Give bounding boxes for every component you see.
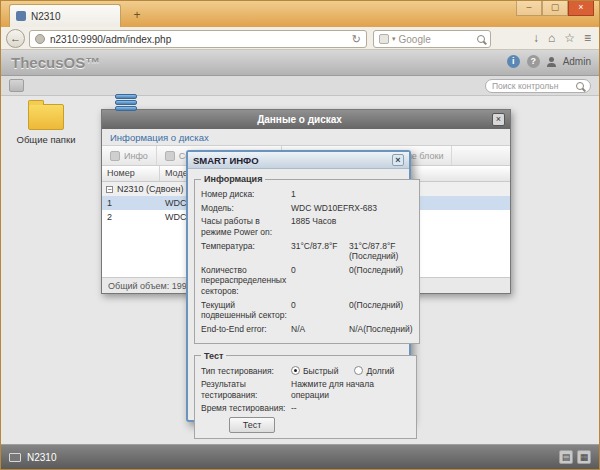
url-bar[interactable]: n2310:9990/adm/index.php ↻ [29,30,367,48]
device-monitor-icon [9,453,21,462]
row-label: Количество перераспределенных секторов: [201,265,291,297]
app-menu-icon[interactable] [9,79,24,92]
radio-option-long[interactable]: Долгий [354,366,394,377]
window-list-icon[interactable]: ▤ [559,450,573,464]
disk-window-close-icon[interactable]: × [492,113,505,126]
desktop-icon-label: Общие папки [11,134,81,145]
row-label: Номер диска: [201,189,291,200]
row-value: 31°C/87.8°F [291,241,349,262]
row-label: Модель: [201,203,291,214]
downloads-icon[interactable]: ↓ [533,29,539,47]
bookmark-star-icon[interactable]: ☆ [564,29,575,47]
show-desktop-icon[interactable]: ▦ [577,450,591,464]
reload-icon[interactable]: ↻ [352,33,361,46]
os-statusbar: N2310 ▤ ▦ [1,444,599,469]
smart-row: Номер диска: 1 [201,189,413,200]
window-controls: – ▢ × [516,1,594,16]
desktop-icon-shared-folders[interactable]: Общие папки [11,104,81,145]
radio-fast-icon[interactable] [291,366,300,375]
search-engine-icon[interactable] [379,34,389,44]
test-results-value: Нажмите для начала операции [291,379,410,400]
disk-layer-icon [115,106,137,111]
new-tab-button[interactable]: + [127,7,147,24]
test-time-label: Время тестирования: [201,403,291,414]
search-engine-label: Google [399,34,431,45]
smart-row: Текущий подвешенный сектор: 0 0(Последни… [201,300,413,321]
url-text: n2310:9990/adm/index.php [50,34,347,45]
test-time-value: -- [291,403,410,414]
column-number[interactable]: Номер [102,166,160,181]
control-search-icon [576,82,584,90]
maximize-button[interactable]: ▢ [542,1,568,16]
browser-titlebar: N2310 + – ▢ × [1,1,599,27]
disk-layer-icon [115,94,137,99]
site-identity-icon [35,34,45,44]
test-section-legend: Тест [201,351,226,361]
smart-dialog-close-icon[interactable]: × [392,154,404,166]
user-menu[interactable]: Admin [563,56,591,67]
smart-info-section: Информация Номер диска: 1 Модель: WDC WD… [194,174,420,344]
statusbar-icons: ▤ ▦ [559,450,591,464]
back-button[interactable]: ← [6,29,25,48]
search-bar[interactable]: ▾ Google [373,30,491,48]
radio-fast-label: Быстрый [303,366,338,377]
row-label: Часы работы в режиме Power on: [201,216,291,237]
test-results-label: Результаты тестирования: [201,379,291,400]
row-value: 1885 Часов [291,216,349,237]
app-logo: ThecusOS™ [11,54,100,71]
smart-dialog-body: Информация Номер диска: 1 Модель: WDC WD… [188,169,409,439]
device-name: N2310 [27,452,56,463]
row-last-value: N/A(Последний) [349,324,413,335]
smart-row: Количество перераспределенных секторов: … [201,265,413,297]
toolbar-icons: ↓ ⌂ ☆ ≡ [533,29,591,47]
tab-favicon-icon [16,11,26,21]
info-icon[interactable]: i [507,55,520,68]
smart-row: Часы работы в режиме Power on: 1885 Часо… [201,216,413,237]
disk-stack-icon[interactable] [115,94,137,112]
tab-title: N2310 [31,11,60,22]
disk-number: 1 [102,198,160,208]
toolbar-info-button[interactable]: Инфо [102,146,157,165]
smart-info-dialog: SMART ИНФО × Информация Номер диска: 1 М… [186,150,411,422]
row-last-value: 0(Последний) [349,265,413,297]
smart-dialog-title: SMART ИНФО [193,155,259,166]
radio-long-icon[interactable] [354,366,363,375]
row-value: N/A [291,324,349,335]
row-label: Температура: [201,241,291,262]
home-icon[interactable]: ⌂ [548,29,555,47]
smart-dialog-titlebar[interactable]: SMART ИНФО × [188,152,409,169]
search-icon[interactable] [477,35,485,43]
row-value: WDC WD10EFRX-683 [291,203,413,214]
collapse-icon[interactable]: − [106,186,113,193]
folder-icon [28,104,64,130]
test-button[interactable]: Тест [229,417,275,433]
engine-dropdown-icon[interactable]: ▾ [392,35,396,43]
row-label: End-to-End error: [201,324,291,335]
test-results-row: Результаты тестирования: Нажмите для нач… [201,379,410,400]
info-tool-icon [110,151,120,161]
smart-row: Температура: 31°C/87.8°F 31°C/87.8°F (По… [201,241,413,262]
browser-window: N2310 + – ▢ × ← n2310:9990/adm/index.php… [0,0,600,470]
row-value: 1 [291,189,349,200]
menu-icon[interactable]: ≡ [584,29,591,47]
toolbar-info-label: Инфо [124,151,148,161]
minimize-button[interactable]: – [516,1,542,16]
disk-layer-icon [115,100,137,105]
user-icon [547,57,556,67]
disk-info-tab[interactable]: Информация о дисках [102,129,510,146]
smart-row: Модель: WDC WD10EFRX-683 [201,203,413,214]
disk-window-titlebar[interactable]: Данные о дисках × [102,110,510,129]
test-type-label: Тип тестирования: [201,366,291,377]
control-search-placeholder: Поиск контрольн [492,81,572,91]
control-search-input[interactable]: Поиск контрольн [485,79,591,93]
smart-test-section: Тест Тип тестирования: Быстрый Долгий Ре… [194,351,417,440]
help-icon[interactable]: ? [527,55,540,68]
info-section-legend: Информация [201,174,265,184]
browser-tab[interactable]: N2310 [9,4,121,27]
row-last-value [349,216,413,237]
radio-option-fast[interactable]: Быстрый [291,366,338,377]
test-time-row: Время тестирования: -- [201,403,410,414]
header-actions: i ? Admin [507,55,591,68]
close-window-button[interactable]: × [568,1,594,16]
smart-row: End-to-End error: N/A N/A(Последний) [201,324,413,335]
